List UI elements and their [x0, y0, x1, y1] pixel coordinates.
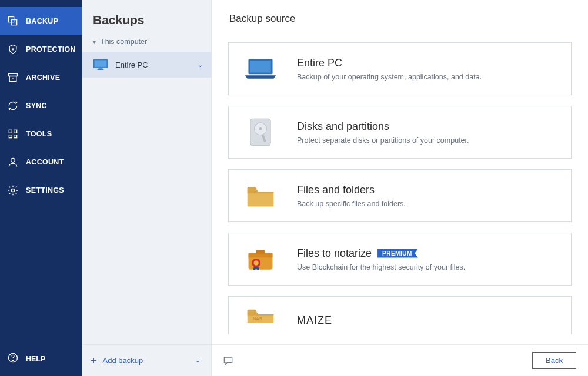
option-desc: Protect separate disks or partitions of …	[297, 136, 469, 145]
svg-point-21	[259, 127, 262, 130]
backup-icon	[7, 15, 19, 27]
svg-text:NAS: NAS	[253, 316, 262, 321]
folder-icon	[244, 182, 277, 210]
chat-icon[interactable]	[222, 355, 234, 367]
svg-point-12	[13, 360, 14, 361]
back-button[interactable]: Back	[532, 352, 576, 369]
chevron-down-icon: ▾	[93, 39, 96, 45]
nav-item-protection[interactable]: PROTECTION	[0, 35, 82, 63]
option-title: MAIZE	[297, 314, 332, 327]
option-title: Files to notarize PREMIUM	[297, 247, 465, 260]
nav-label: ARCHIVE	[26, 73, 60, 82]
nav-item-archive[interactable]: ARCHIVE	[0, 63, 82, 92]
add-backup-button[interactable]: + Add backup	[91, 355, 187, 366]
backups-title: Backups	[82, 0, 211, 35]
option-title-text: Files to notarize	[297, 247, 372, 260]
svg-rect-15	[98, 68, 102, 69]
nav-item-backup[interactable]: BACKUP	[0, 7, 82, 35]
sync-icon	[7, 100, 19, 112]
option-disks[interactable]: Disks and partitions Protect separate di…	[228, 106, 572, 159]
laptop-icon	[244, 55, 277, 83]
nav-label: TOOLS	[26, 130, 52, 138]
briefcase-icon	[244, 245, 277, 273]
backups-footer: + Add backup ⌄	[82, 344, 211, 376]
backup-item-label: Entire PC	[115, 61, 191, 69]
svg-rect-6	[14, 130, 17, 133]
archive-icon	[7, 72, 19, 83]
gear-icon	[7, 184, 19, 196]
group-label: This computer	[101, 38, 147, 46]
svg-rect-5	[9, 130, 12, 133]
nav-item-account[interactable]: ACCOUNT	[0, 148, 82, 176]
option-desc: Back up specific files and folders.	[297, 200, 406, 208]
plus-icon: +	[91, 355, 97, 366]
svg-rect-8	[14, 135, 17, 138]
svg-rect-3	[9, 76, 16, 82]
svg-rect-18	[250, 61, 270, 73]
option-partial[interactable]: NAS MAIZE	[228, 296, 572, 334]
hdd-icon	[244, 118, 277, 146]
option-desc: Use Blockchain for the highest security …	[297, 263, 465, 271]
nav-item-sync[interactable]: SYNC	[0, 92, 82, 120]
option-title: Disks and partitions	[297, 120, 469, 133]
add-backup-label: Add backup	[103, 356, 143, 365]
svg-rect-16	[98, 69, 104, 70]
backup-item-entire-pc[interactable]: Entire PC ⌄	[82, 52, 211, 78]
nav-item-help[interactable]: HELP	[0, 341, 82, 376]
svg-rect-14	[95, 61, 106, 67]
nav-label: ACCOUNT	[26, 158, 64, 166]
source-options: Entire PC Backup of your operating syste…	[228, 42, 572, 376]
nav-label: PROTECTION	[26, 45, 76, 53]
help-icon	[7, 352, 19, 365]
svg-rect-7	[9, 135, 12, 138]
svg-rect-25	[256, 250, 265, 254]
option-desc: Backup of your operating system, applica…	[297, 73, 482, 81]
folder-icon: NAS	[244, 306, 277, 334]
backup-group-header[interactable]: ▾ This computer	[82, 35, 211, 52]
svg-point-10	[12, 189, 15, 192]
nav-label: SYNC	[26, 102, 47, 110]
chevron-down-icon[interactable]: ⌄	[198, 61, 203, 69]
nav-item-settings[interactable]: SETTINGS	[0, 176, 82, 204]
backups-panel: Backups ▾ This computer Entire PC ⌄ + Ad…	[82, 0, 212, 376]
main-title: Backup source	[228, 13, 572, 42]
option-notarize[interactable]: Files to notarize PREMIUM Use Blockchain…	[228, 233, 572, 286]
option-entire-pc[interactable]: Entire PC Backup of your operating syste…	[228, 42, 572, 95]
premium-badge: PREMIUM	[377, 249, 418, 258]
nav-label: BACKUP	[26, 17, 58, 25]
svg-point-27	[253, 260, 258, 265]
monitor-icon	[93, 59, 108, 70]
nav-item-tools[interactable]: TOOLS	[0, 120, 82, 148]
nav-label: HELP	[26, 355, 45, 363]
main-pane: Backup source Entire PC Backup of your o…	[212, 0, 588, 376]
option-title: Files and folders	[297, 184, 406, 196]
option-files-folders[interactable]: Files and folders Back up specific files…	[228, 169, 572, 222]
grid-icon	[7, 128, 19, 140]
main-footer: Back	[212, 344, 588, 376]
svg-rect-24	[249, 253, 273, 257]
option-title: Entire PC	[297, 57, 482, 69]
primary-nav: BACKUP PROTECTION ARCHIVE SYNC TOOLS ACC…	[0, 0, 82, 376]
shield-icon	[7, 43, 19, 55]
add-backup-menu[interactable]: ⌄	[193, 354, 203, 367]
user-icon	[7, 156, 19, 168]
svg-point-9	[11, 158, 15, 162]
nav-label: SETTINGS	[26, 186, 64, 194]
